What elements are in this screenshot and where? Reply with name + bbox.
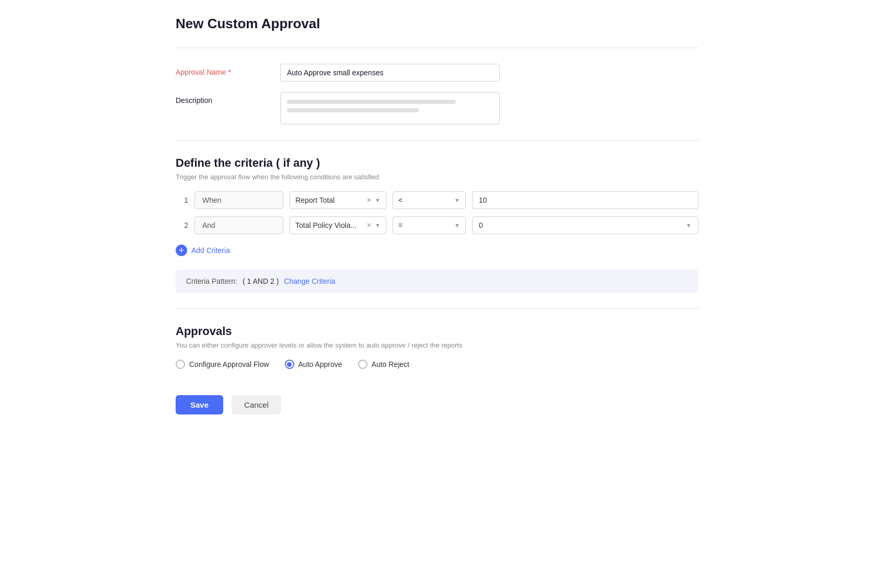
criteria-subtitle: Trigger the approval flow when the follo… — [176, 173, 698, 181]
criteria-field-arrow-2: ▼ — [375, 222, 381, 228]
criteria-pattern-value: ( 1 AND 2 ) — [243, 277, 279, 285]
criteria-condition-1: When — [194, 191, 283, 209]
criteria-row-2: 2 And Total Policy Viola... ✕ ▼ = ▼ 0 ▼ — [176, 216, 698, 234]
approvals-divider — [176, 308, 698, 309]
criteria-condition-2: And — [194, 216, 283, 234]
approvals-section: Approvals You can either configure appro… — [176, 325, 698, 369]
approval-radio-group: Configure Approval Flow Auto Approve Aut… — [176, 360, 698, 369]
criteria-operator-select-2[interactable]: = ▼ — [393, 216, 466, 234]
radio-label-configure: Configure Approval Flow — [189, 360, 269, 368]
criteria-field-select-2[interactable]: Total Policy Viola... ✕ ▼ — [290, 216, 386, 234]
add-criteria-label: Add Criteria — [191, 246, 230, 255]
criteria-number-1: 1 — [176, 196, 188, 204]
radio-circle-auto-approve — [285, 360, 294, 369]
criteria-section: Define the criteria ( if any ) Trigger t… — [176, 156, 698, 293]
criteria-pattern-label: Criteria Pattern: — [186, 277, 237, 285]
criteria-number-2: 2 — [176, 221, 188, 229]
save-button[interactable]: Save — [176, 395, 223, 414]
criteria-operator-select-1[interactable]: < ▼ — [393, 191, 466, 209]
description-label: Description — [176, 92, 280, 105]
criteria-field-close-2[interactable]: ✕ — [366, 222, 372, 229]
placeholder-line-1 — [287, 100, 456, 104]
radio-label-auto-approve: Auto Approve — [298, 360, 342, 368]
radio-circle-configure — [176, 360, 185, 369]
top-divider — [176, 48, 698, 48]
criteria-operator-value-1: < — [398, 196, 454, 204]
criteria-value-arrow-2: ▼ — [686, 222, 692, 228]
criteria-operator-value-2: = — [398, 221, 454, 229]
radio-auto-approve[interactable]: Auto Approve — [285, 360, 342, 369]
criteria-field-value-2: Total Policy Viola... — [295, 221, 366, 229]
criteria-value-input-1[interactable] — [472, 191, 698, 209]
approval-name-input[interactable] — [280, 64, 500, 82]
criteria-title: Define the criteria ( if any ) — [176, 156, 698, 170]
add-criteria-button[interactable]: + Add Criteria — [176, 241, 230, 259]
criteria-field-close-1[interactable]: ✕ — [366, 197, 372, 204]
approval-name-label: Approval Name * — [176, 64, 280, 76]
criteria-operator-arrow-2: ▼ — [454, 222, 460, 228]
change-criteria-link[interactable]: Change Criteria — [284, 277, 335, 285]
radio-label-auto-reject: Auto Reject — [372, 360, 409, 368]
description-textarea[interactable] — [280, 92, 500, 124]
approval-name-row: Approval Name * — [176, 64, 698, 82]
action-buttons: Save Cancel — [176, 395, 698, 414]
mid-divider — [176, 140, 698, 141]
form-section: Approval Name * Description — [176, 64, 698, 124]
criteria-field-arrow-1: ▼ — [375, 197, 381, 203]
criteria-field-value-1: Report Total — [295, 196, 366, 204]
cancel-button[interactable]: Cancel — [232, 395, 281, 414]
criteria-value-display-2: 0 — [479, 221, 483, 229]
placeholder-line-2 — [287, 108, 419, 112]
criteria-row-1: 1 When Report Total ✕ ▼ < ▼ — [176, 191, 698, 209]
approvals-title: Approvals — [176, 325, 698, 338]
criteria-field-select-1[interactable]: Report Total ✕ ▼ — [290, 191, 386, 209]
criteria-operator-arrow-1: ▼ — [454, 197, 460, 203]
radio-configure-approval-flow[interactable]: Configure Approval Flow — [176, 360, 269, 369]
criteria-pattern-bar: Criteria Pattern: ( 1 AND 2 ) Change Cri… — [176, 270, 698, 293]
page-title: New Custom Approval — [176, 16, 698, 32]
radio-auto-reject[interactable]: Auto Reject — [358, 360, 409, 369]
approvals-subtitle: You can either configure approver levels… — [176, 341, 698, 349]
radio-circle-auto-reject — [358, 360, 367, 369]
criteria-value-select-2[interactable]: 0 ▼ — [472, 216, 698, 234]
add-criteria-icon: + — [176, 245, 187, 256]
description-row: Description — [176, 92, 698, 124]
